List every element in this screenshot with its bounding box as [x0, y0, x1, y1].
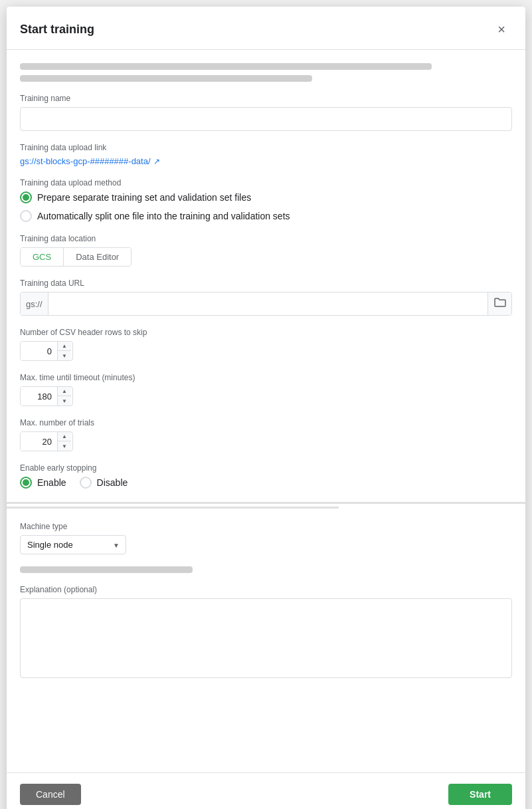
skeleton-line-1: [20, 63, 432, 70]
csv-header-input[interactable]: 0: [21, 342, 57, 360]
early-stopping-radio-group: Enable Disable: [20, 477, 512, 489]
csv-header-spinner: 0 ▲ ▼: [20, 341, 73, 361]
skeleton-top: [20, 63, 512, 82]
csv-header-increment[interactable]: ▲: [58, 342, 71, 351]
max-timeout-spinner: 180 ▲ ▼: [20, 386, 73, 406]
training-url-input[interactable]: [48, 292, 488, 315]
early-stopping-label: Enable early stopping: [20, 463, 512, 473]
data-location-field: Training data location GCS Data Editor: [20, 234, 512, 267]
early-stopping-enable-label: Enable: [37, 477, 66, 488]
early-stopping-enable-radio[interactable]: [20, 477, 32, 489]
machine-type-select-wrapper: Single node Multi node ▼: [20, 535, 126, 554]
separator-line-1: [7, 502, 525, 504]
machine-type-select[interactable]: Single node Multi node: [20, 535, 126, 554]
early-stopping-disable-radio[interactable]: [80, 477, 92, 489]
machine-type-field: Machine type Single node Multi node ▼: [20, 522, 512, 554]
dialog-body: Training name Training data upload link …: [7, 50, 525, 772]
max-trials-spinner-buttons: ▲ ▼: [57, 432, 71, 451]
max-timeout-label: Max. time until timeout (minutes): [20, 373, 512, 382]
explanation-textarea[interactable]: [20, 598, 512, 678]
training-name-input[interactable]: [20, 107, 512, 131]
upload-method-label-1: Prepare separate training set and valida…: [37, 192, 251, 203]
training-url-label: Training data URL: [20, 279, 512, 288]
max-trials-field: Max. number of trials 20 ▲ ▼: [20, 418, 512, 451]
upload-link-text: gs://st-blocks-gcp-########-data/: [20, 156, 151, 166]
upload-method-radio-2[interactable]: [20, 210, 32, 222]
start-button[interactable]: Start: [448, 784, 512, 805]
data-location-tabs: GCS Data Editor: [20, 247, 132, 267]
max-trials-label: Max. number of trials: [20, 418, 512, 427]
csv-header-label: Number of CSV header rows to skip: [20, 328, 512, 337]
tab-gcs[interactable]: GCS: [21, 248, 64, 266]
upload-method-label: Training data upload method: [20, 178, 512, 187]
max-trials-increment[interactable]: ▲: [58, 432, 71, 441]
max-timeout-spinner-buttons: ▲ ▼: [57, 387, 71, 405]
separator-line-2: [7, 507, 339, 509]
machine-type-label: Machine type: [20, 522, 512, 531]
upload-method-radio-group: Prepare separate training set and valida…: [20, 191, 512, 222]
max-timeout-input[interactable]: 180: [21, 387, 57, 405]
csv-header-field: Number of CSV header rows to skip 0 ▲ ▼: [20, 328, 512, 361]
max-trials-input[interactable]: 20: [21, 432, 57, 451]
skeleton-line-2: [20, 75, 312, 82]
training-name-label: Training name: [20, 94, 512, 103]
early-stopping-disable-label: Disable: [97, 477, 128, 488]
early-stopping-field: Enable early stopping Enable Disable: [20, 463, 512, 489]
close-button[interactable]: ×: [491, 19, 512, 40]
start-training-dialog: Start training × Training name Training …: [7, 7, 525, 809]
max-timeout-field: Max. time until timeout (minutes) 180 ▲ …: [20, 373, 512, 406]
max-trials-spinner: 20 ▲ ▼: [20, 431, 73, 451]
dialog-title: Start training: [20, 23, 94, 37]
url-prefix: gs://: [21, 292, 48, 315]
explanation-field: Explanation (optional): [20, 585, 512, 681]
csv-header-spinner-buttons: ▲ ▼: [57, 342, 71, 360]
upload-link-label: Training data upload link: [20, 143, 512, 152]
dialog-footer: Cancel Start: [7, 772, 525, 809]
training-name-field: Training name: [20, 94, 512, 131]
folder-icon: [494, 297, 506, 310]
upload-method-option-2[interactable]: Automatically split one file into the tr…: [20, 210, 512, 222]
skeleton-machine-type: [20, 566, 193, 573]
explanation-label: Explanation (optional): [20, 585, 512, 594]
upload-method-radio-1[interactable]: [20, 191, 32, 203]
upload-method-label-2: Automatically split one file into the tr…: [37, 211, 290, 221]
dialog-header: Start training ×: [7, 7, 525, 50]
data-location-label: Training data location: [20, 234, 512, 243]
upload-link-anchor[interactable]: gs://st-blocks-gcp-########-data/ ↗: [20, 156, 512, 166]
early-stopping-enable-option[interactable]: Enable: [20, 477, 66, 489]
max-trials-decrement[interactable]: ▼: [58, 441, 71, 451]
max-timeout-increment[interactable]: ▲: [58, 387, 71, 396]
training-url-wrapper: gs://: [20, 292, 512, 316]
training-url-field: Training data URL gs://: [20, 279, 512, 316]
tab-data-editor[interactable]: Data Editor: [64, 248, 131, 266]
external-link-icon: ↗: [153, 157, 160, 166]
early-stopping-disable-option[interactable]: Disable: [80, 477, 128, 489]
upload-method-option-1[interactable]: Prepare separate training set and valida…: [20, 191, 512, 203]
cancel-button[interactable]: Cancel: [20, 784, 81, 805]
separator-top: [7, 502, 525, 509]
folder-browse-button[interactable]: [488, 292, 511, 315]
upload-method-field: Training data upload method Prepare sepa…: [20, 178, 512, 222]
max-timeout-decrement[interactable]: ▼: [58, 396, 71, 405]
csv-header-decrement[interactable]: ▼: [58, 351, 71, 360]
upload-link-field: Training data upload link gs://st-blocks…: [20, 143, 512, 166]
